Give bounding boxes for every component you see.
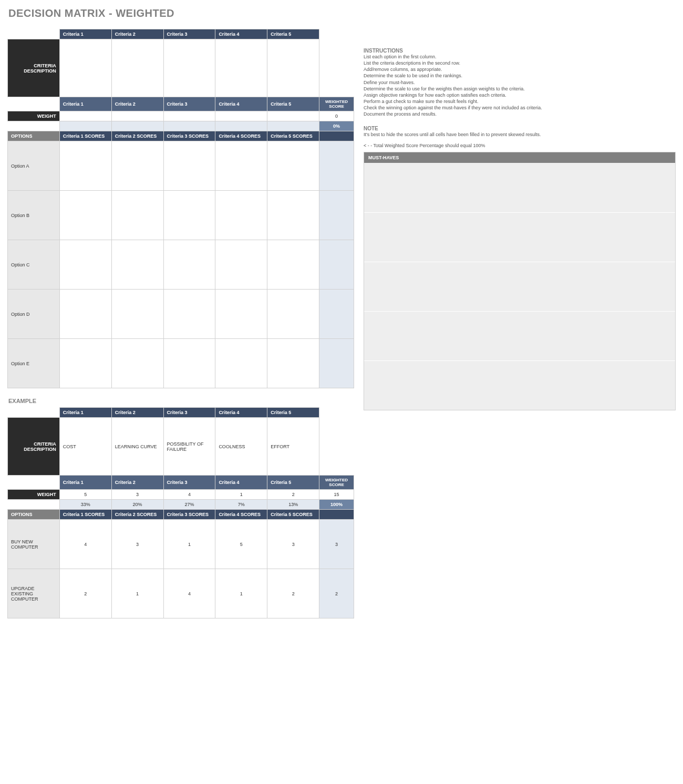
- score-cell[interactable]: [111, 141, 163, 191]
- score-cell[interactable]: [163, 191, 215, 240]
- weighted-score-cell: [319, 290, 354, 339]
- weight-pct-cell: [163, 121, 215, 131]
- options-label: OPTIONS: [8, 131, 60, 141]
- weight-label: WEIGHT: [8, 111, 60, 121]
- example-weight-cell: 5: [59, 490, 111, 500]
- score-cell[interactable]: [163, 141, 215, 191]
- instruction-line: Assign objective rankings for how each o…: [364, 92, 676, 98]
- example-weight-total: 15: [319, 490, 354, 500]
- score-header: Criteria 2 SCORES: [111, 131, 163, 141]
- score-cell: 2: [267, 569, 319, 618]
- table-row: Option B: [8, 191, 354, 240]
- criteria-header: Criteria 2: [111, 29, 163, 39]
- criteria-header: Criteria 3: [163, 408, 215, 418]
- criteria-header: Criteria 2: [111, 408, 163, 418]
- example-matrix-table: Criteria 1 Criteria 2 Criteria 3 Criteri…: [7, 407, 354, 618]
- score-cell[interactable]: [215, 191, 267, 240]
- score-cell[interactable]: [59, 240, 111, 290]
- criteria-header: Criteria 5: [267, 29, 319, 39]
- weight-cell[interactable]: [215, 111, 267, 121]
- example-weight-cell: 2: [267, 490, 319, 500]
- criteria-description-label: CRITERIA DESCRIPTION: [8, 39, 60, 97]
- score-cell[interactable]: [59, 290, 111, 339]
- table-row: Option E: [8, 339, 354, 388]
- decision-matrix-table: Criteria 1 Criteria 2 Criteria 3 Criteri…: [7, 29, 354, 388]
- option-label: Option E: [8, 339, 60, 388]
- score-cell[interactable]: [163, 339, 215, 388]
- score-header: Criteria 5 SCORES: [267, 131, 319, 141]
- note-title: NOTE: [364, 126, 676, 131]
- weighted-score-cell: [319, 191, 354, 240]
- score-cell: 1: [215, 569, 267, 618]
- weight-total: 0: [319, 111, 354, 121]
- score-cell[interactable]: [111, 290, 163, 339]
- score-cell[interactable]: [215, 339, 267, 388]
- instruction-line: Define your must-haves.: [364, 79, 676, 86]
- criteria-description-cell[interactable]: [267, 39, 319, 97]
- must-have-cell[interactable]: [364, 262, 675, 311]
- criteria-description-cell[interactable]: [215, 39, 267, 97]
- criteria-header: Criteria 4: [215, 29, 267, 39]
- instruction-line: Add/remove columns, as appropriate.: [364, 66, 676, 73]
- option-label: Option B: [8, 191, 60, 240]
- criteria-description-cell[interactable]: [59, 39, 111, 97]
- table-row: Option A: [8, 141, 354, 191]
- score-header: Criteria 4 SCORES: [215, 131, 267, 141]
- weighted-score-cell: [319, 240, 354, 290]
- option-label: BUY NEW COMPUTER: [8, 520, 60, 569]
- weighted-score-header: WEIGHTED SCORE: [319, 476, 354, 490]
- must-have-cell[interactable]: [364, 360, 675, 410]
- weight-pct-cell: [267, 121, 319, 131]
- example-weight-pct-cell: 13%: [267, 500, 319, 510]
- criteria-description-cell[interactable]: [163, 39, 215, 97]
- score-cell[interactable]: [215, 141, 267, 191]
- weight-cell[interactable]: [59, 111, 111, 121]
- score-cell: 3: [267, 520, 319, 569]
- table-row: Option D: [8, 290, 354, 339]
- weight-cell[interactable]: [163, 111, 215, 121]
- score-cell[interactable]: [267, 191, 319, 240]
- score-cell[interactable]: [111, 240, 163, 290]
- weight-cell[interactable]: [267, 111, 319, 121]
- score-cell[interactable]: [59, 141, 111, 191]
- note-arrow: < - - Total Weighted Score Percentage sh…: [364, 142, 676, 149]
- table-row: BUY NEW COMPUTER431533: [8, 520, 354, 569]
- score-cell[interactable]: [163, 290, 215, 339]
- criteria-header-2: Criteria 4: [215, 476, 267, 490]
- must-have-cell[interactable]: [364, 311, 675, 360]
- score-cell[interactable]: [267, 141, 319, 191]
- score-cell[interactable]: [215, 240, 267, 290]
- must-have-cell[interactable]: [364, 163, 675, 212]
- score-header: Criteria 4 SCORES: [215, 510, 267, 520]
- option-label: Option C: [8, 240, 60, 290]
- option-label: Option A: [8, 141, 60, 191]
- weight-pct-cell: [59, 121, 111, 131]
- must-have-cell[interactable]: [364, 212, 675, 262]
- criteria-description-cell[interactable]: [111, 39, 163, 97]
- weight-label: WEIGHT: [8, 490, 60, 500]
- criteria-header-2: Criteria 1: [59, 476, 111, 490]
- score-cell[interactable]: [59, 191, 111, 240]
- example-weight-pct-cell: 20%: [111, 500, 163, 510]
- instruction-line: Determine the scale to use for the weigh…: [364, 86, 676, 92]
- score-cell[interactable]: [215, 290, 267, 339]
- score-cell: 1: [111, 569, 163, 618]
- score-cell[interactable]: [111, 191, 163, 240]
- criteria-header-2: Criteria 3: [163, 97, 215, 111]
- criteria-header: Criteria 1: [59, 408, 111, 418]
- score-cell[interactable]: [59, 339, 111, 388]
- weight-pct-cell: [111, 121, 163, 131]
- score-cell[interactable]: [267, 339, 319, 388]
- score-cell: 4: [59, 520, 111, 569]
- example-weight-cell: 4: [163, 490, 215, 500]
- score-cell[interactable]: [267, 240, 319, 290]
- weight-cell[interactable]: [111, 111, 163, 121]
- score-cell[interactable]: [163, 240, 215, 290]
- instructions-title: INSTRUCTIONS: [364, 48, 676, 54]
- score-cell[interactable]: [111, 339, 163, 388]
- criteria-header-2: Criteria 5: [267, 476, 319, 490]
- example-description-cell: POSSIBILITY OF FAILURE: [163, 418, 215, 476]
- weighted-score-header: WEIGHTED SCORE: [319, 97, 354, 111]
- score-cell[interactable]: [267, 290, 319, 339]
- example-weight-cell: 3: [111, 490, 163, 500]
